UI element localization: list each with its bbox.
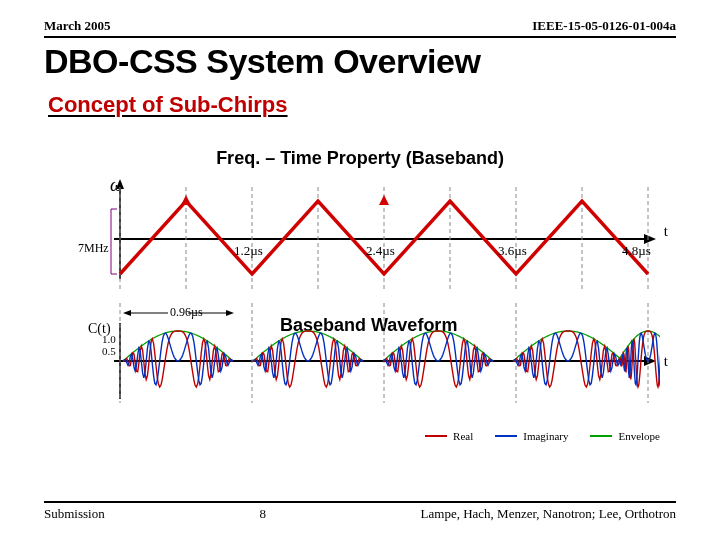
freq-tick-4: 4.8µs xyxy=(622,243,651,259)
legend-real-label: Real xyxy=(453,430,473,442)
page-title: DBO-CSS System Overview xyxy=(44,42,480,81)
legend-imag-swatch xyxy=(495,435,517,437)
footer-page: 8 xyxy=(259,506,266,522)
wave-chart: 0.96µs C(t) 1.0 0.5 t Baseband Waveform xyxy=(60,303,660,423)
legend-env: Envelope xyxy=(590,430,660,442)
legend-real-swatch xyxy=(425,435,447,437)
footer-bar: Submission 8 Lampe, Hach, Menzer, Nanotr… xyxy=(44,501,676,522)
content-area: Freq. – Time Property (Baseband) ω 7MHz … xyxy=(44,140,676,480)
legend-env-label: Envelope xyxy=(618,430,660,442)
freq-y-span-label: 7MHz xyxy=(78,241,109,256)
legend-imag: Imaginary xyxy=(495,430,568,442)
legend-imag-label: Imaginary xyxy=(523,430,568,442)
freq-tick-2: 2.4µs xyxy=(366,243,395,259)
footer-right: Lampe, Hach, Menzer, Nanotron; Lee, Orth… xyxy=(421,506,676,522)
page-subtitle: Concept of Sub-Chirps xyxy=(48,92,288,118)
svg-marker-16 xyxy=(181,195,191,205)
svg-marker-17 xyxy=(379,195,389,205)
legend-env-swatch xyxy=(590,435,612,437)
wave-chart-svg xyxy=(108,303,660,413)
footer-left: Submission xyxy=(44,506,105,522)
freq-tick-1: 1.2µs xyxy=(234,243,263,259)
freq-tick-3: 3.6µs xyxy=(498,243,527,259)
svg-marker-21 xyxy=(226,310,234,316)
legend-real: Real xyxy=(425,430,473,442)
header-bar: March 2005 IEEE-15-05-0126-01-004a xyxy=(44,18,676,38)
wave-legend: Real Imaginary Envelope xyxy=(425,430,660,442)
header-date: March 2005 xyxy=(44,18,111,34)
svg-marker-19 xyxy=(123,310,131,316)
freq-chart: ω 7MHz t xyxy=(60,179,660,299)
freq-chart-title: Freq. – Time Property (Baseband) xyxy=(44,148,676,169)
header-docid: IEEE-15-05-0126-01-004a xyxy=(532,18,676,34)
freq-chart-svg xyxy=(108,179,660,289)
freq-t-axis-label: t xyxy=(664,223,668,240)
wave-t-axis-label: t xyxy=(664,353,668,370)
